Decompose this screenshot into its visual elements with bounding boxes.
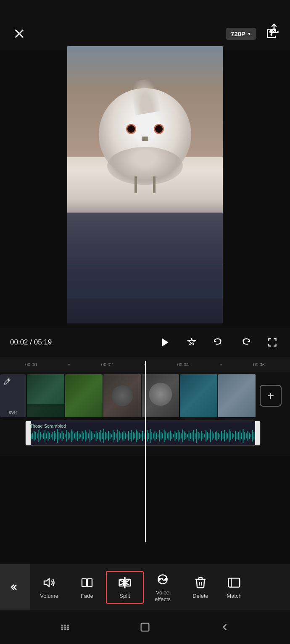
svg-rect-136 (229, 430, 229, 442)
svg-rect-92 (161, 432, 161, 440)
svg-rect-117 (199, 434, 200, 439)
svg-rect-30 (65, 434, 66, 438)
thumb-6[interactable] (218, 374, 256, 417)
svg-rect-33 (69, 434, 70, 439)
volume-label: Volume (40, 593, 58, 599)
voice-effects-label: Voice effects (155, 589, 171, 602)
toolbar-item-delete[interactable]: Delete (182, 571, 219, 604)
svg-rect-101 (174, 431, 175, 441)
svg-rect-141 (237, 433, 237, 439)
thumb-3[interactable] (103, 374, 141, 417)
ruler-dot-1 (68, 364, 70, 365)
thumb-5[interactable] (180, 374, 217, 417)
svg-rect-56 (105, 432, 106, 440)
svg-rect-85 (150, 429, 151, 443)
svg-rect-44 (87, 432, 87, 440)
svg-rect-135 (227, 434, 228, 439)
svg-rect-25 (57, 429, 58, 443)
toolbar-item-match[interactable]: Match (219, 571, 249, 604)
voice-effects-svg (156, 573, 169, 586)
nav-menu-button[interactable] (55, 617, 76, 638)
bottom-toolbar: Volume Fade (0, 564, 290, 610)
svg-rect-62 (114, 432, 115, 440)
svg-rect-50 (96, 431, 97, 441)
svg-rect-106 (182, 430, 183, 442)
svg-rect-90 (158, 434, 158, 438)
svg-rect-68 (124, 431, 124, 441)
svg-rect-134 (226, 432, 227, 440)
nav-back-button[interactable] (214, 617, 235, 638)
svg-rect-45 (88, 434, 89, 439)
svg-rect-98 (170, 431, 171, 441)
svg-rect-77 (137, 431, 138, 440)
redo-button[interactable] (238, 335, 253, 350)
volume-icon (42, 575, 57, 590)
bird-eye-right (154, 124, 164, 134)
toolbar-back-button[interactable] (0, 564, 30, 610)
thumb-1[interactable] (27, 374, 64, 417)
fullscreen-button[interactable] (265, 335, 280, 350)
close-button[interactable] (10, 24, 29, 43)
svg-rect-14 (40, 432, 41, 440)
audio-track[interactable]: Those Scrambled (25, 421, 261, 446)
export-btn-overlay[interactable] (266, 20, 282, 37)
svg-rect-24 (55, 433, 56, 439)
svg-rect-113 (193, 430, 194, 442)
undo-button[interactable] (211, 335, 226, 350)
svg-rect-27 (60, 434, 61, 439)
svg-rect-121 (206, 430, 206, 442)
match-svg (227, 576, 241, 589)
thumb-2[interactable] (65, 374, 103, 417)
svg-rect-116 (198, 432, 199, 440)
svg-rect-103 (178, 430, 179, 442)
svg-rect-137 (230, 431, 231, 440)
nav-home-button[interactable] (134, 617, 156, 638)
time-display: 00:02 / 05:19 (10, 338, 52, 347)
svg-rect-66 (121, 434, 121, 439)
svg-rect-69 (125, 433, 126, 439)
svg-rect-145 (243, 429, 244, 443)
total-time: 05:19 (34, 338, 52, 346)
nav-bar (0, 610, 290, 644)
svg-rect-164 (119, 579, 124, 586)
video-thumbnails-row: + (27, 374, 282, 417)
svg-rect-73 (131, 430, 132, 442)
svg-rect-150 (250, 434, 251, 438)
add-clip-button[interactable]: + (260, 385, 282, 407)
svg-rect-183 (141, 623, 149, 631)
track-left-cover: over (0, 374, 26, 417)
svg-rect-71 (128, 431, 129, 441)
svg-rect-59 (110, 433, 111, 439)
svg-rect-93 (162, 434, 163, 439)
toolbar-item-fade[interactable]: Fade (68, 571, 106, 604)
ruler-mark-4: 00:04 (177, 362, 189, 367)
svg-marker-6 (162, 338, 169, 347)
svg-rect-99 (171, 433, 172, 439)
svg-rect-124 (210, 430, 211, 442)
bird-eye-left (126, 124, 136, 134)
toolbar-item-split[interactable]: Split (106, 571, 144, 604)
svg-rect-63 (116, 434, 117, 439)
voice-effects-icon (155, 572, 170, 587)
svg-rect-21 (51, 434, 52, 438)
svg-rect-151 (252, 430, 253, 442)
svg-rect-115 (196, 429, 197, 443)
delete-label: Delete (192, 593, 208, 599)
audio-handle-right[interactable] (255, 421, 260, 445)
svg-rect-87 (153, 434, 154, 439)
bird-leg-right (153, 176, 156, 193)
toolbar-item-volume[interactable]: Volume (30, 571, 68, 604)
svg-rect-110 (189, 431, 190, 441)
add-icon: + (267, 389, 274, 402)
svg-rect-35 (72, 431, 73, 440)
toolbar-item-voice-effects[interactable]: Voice effects (144, 568, 182, 607)
pencil-icon (3, 378, 11, 385)
resolution-button[interactable]: 720P ▼ (226, 28, 256, 40)
play-button[interactable] (157, 335, 172, 350)
thumb-4[interactable] (142, 374, 179, 417)
magic-button[interactable] (184, 335, 199, 350)
svg-rect-9 (32, 433, 33, 439)
svg-rect-108 (185, 433, 186, 439)
resolution-label: 720P (231, 30, 245, 37)
chevron-down-icon: ▼ (247, 32, 251, 36)
